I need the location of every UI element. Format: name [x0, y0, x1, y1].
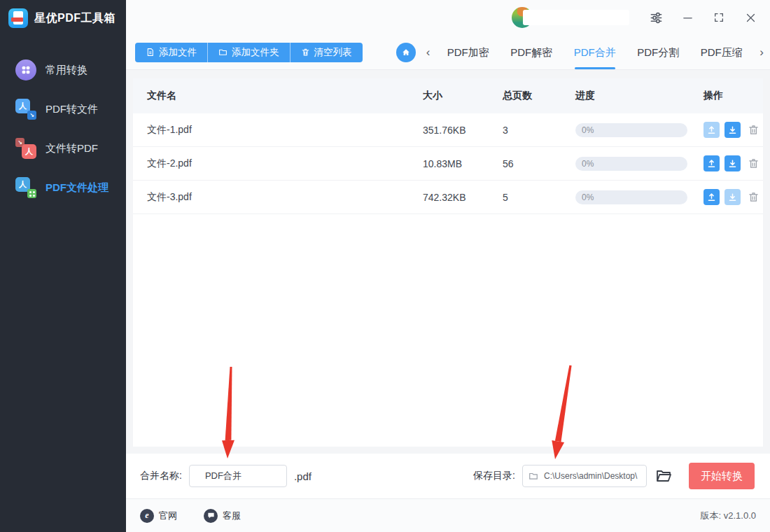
move-down-button[interactable] [724, 155, 741, 172]
delete-file-button[interactable] [746, 122, 761, 138]
maximize-icon[interactable] [712, 10, 726, 24]
minimize-icon[interactable] [680, 10, 694, 24]
progress-bar: 0% [575, 123, 687, 137]
table-row: 文件-2.pdf 10.83MB 56 0% [133, 147, 763, 181]
customer-service-link[interactable]: 客服 [204, 509, 241, 523]
delete-file-button[interactable] [746, 190, 761, 205]
sidebar-item-label: PDF文件处理 [46, 181, 108, 195]
pdf-process-icon [15, 177, 36, 198]
progress-bar: 0% [575, 190, 687, 204]
delete-file-button[interactable] [746, 156, 761, 172]
sidebar: 星优PDF工具箱 常用转换 PDF转文件 文件转PDF [0, 0, 126, 532]
main-area: 添加文件 添加文件夹 清空列表 ‹ PDF加密 PDF解密 PDF合并 [126, 0, 770, 532]
document-icon [146, 48, 155, 57]
sidebar-item-pdf-process[interactable]: PDF文件处理 [0, 168, 126, 207]
tabs-next-icon[interactable]: › [753, 46, 770, 59]
file-extension: .pdf [294, 470, 312, 482]
arrow-up-icon [706, 192, 717, 202]
user-account[interactable] [512, 6, 632, 29]
file-size-cell: 10.83MB [423, 158, 503, 169]
move-up-button[interactable] [704, 155, 720, 172]
app-logo-icon [8, 8, 28, 28]
tab-pdf-merge[interactable]: PDF合并 [564, 35, 627, 69]
folder-icon [218, 48, 227, 57]
toolbar: 添加文件 添加文件夹 清空列表 ‹ PDF加密 PDF解密 PDF合并 [126, 35, 770, 70]
sidebar-item-common-convert[interactable]: 常用转换 [0, 50, 126, 90]
file-table: 文件名 大小 总页数 进度 操作 文件-1.pdf 351.76KB 3 0% [133, 78, 763, 447]
arrow-up-icon [706, 158, 717, 169]
move-up-button[interactable] [704, 189, 720, 205]
tab-pdf-split[interactable]: PDF分割 [626, 35, 690, 69]
col-actions: 操作 [704, 90, 763, 102]
app-window: 星优PDF工具箱 常用转换 PDF转文件 文件转PDF [0, 0, 770, 532]
save-dir-label: 保存目录: [473, 470, 515, 482]
file-to-pdf-icon [15, 138, 36, 159]
trash-icon [748, 158, 760, 169]
arrow-down-icon [727, 158, 738, 169]
toolbar-button-group: 添加文件 添加文件夹 清空列表 [135, 43, 363, 62]
file-name-cell: 文件-1.pdf [147, 124, 423, 136]
browse-folder-button[interactable] [655, 468, 672, 484]
move-down-button[interactable] [724, 122, 741, 138]
move-down-button[interactable] [724, 189, 741, 205]
sidebar-item-pdf-to-file[interactable]: PDF转文件 [0, 90, 126, 129]
merge-name-input[interactable] [189, 465, 287, 487]
file-size-cell: 351.76KB [423, 125, 503, 136]
arrow-down-icon [727, 192, 738, 202]
col-progress: 进度 [575, 90, 704, 102]
official-site-link[interactable]: e 官网 [140, 509, 177, 523]
table-header: 文件名 大小 总页数 进度 操作 [133, 78, 763, 113]
col-pages: 总页数 [503, 90, 575, 102]
footer: e 官网 客服 版本: v2.1.0.0 [126, 498, 770, 532]
add-file-button[interactable]: 添加文件 [135, 43, 207, 62]
tab-pdf-encrypt[interactable]: PDF加密 [437, 35, 500, 69]
home-icon [401, 48, 411, 57]
file-pages-cell: 3 [503, 125, 575, 136]
app-title: 星优PDF工具箱 [34, 11, 115, 26]
sidebar-item-label: 文件转PDF [46, 142, 98, 155]
tab-pdf-compress[interactable]: PDF压缩 [690, 35, 754, 69]
file-size-cell: 742.32KB [423, 192, 503, 203]
sidebar-nav: 常用转换 PDF转文件 文件转PDF PDF文件处理 [0, 50, 126, 207]
app-logo: 星优PDF工具箱 [0, 0, 126, 28]
trash-icon [748, 124, 760, 136]
table-row: 文件-1.pdf 351.76KB 3 0% [133, 113, 763, 147]
tab-pdf-decrypt[interactable]: PDF解密 [500, 35, 564, 69]
start-convert-button[interactable]: 开始转换 [689, 463, 755, 489]
save-dir-group: 保存目录: 开始转换 [473, 463, 755, 489]
clear-list-button[interactable]: 清空列表 [290, 43, 363, 62]
sidebar-item-label: 常用转换 [46, 64, 88, 77]
merge-name-label: 合并名称: [140, 470, 182, 482]
pdf-to-file-icon [15, 99, 36, 120]
tabs-prev-icon[interactable]: ‹ [420, 46, 437, 59]
grid-icon [15, 59, 36, 80]
content-area: 文件名 大小 总页数 进度 操作 文件-1.pdf 351.76KB 3 0% [126, 70, 770, 454]
trash-icon [748, 191, 760, 203]
col-filename: 文件名 [147, 90, 423, 102]
close-icon[interactable] [743, 10, 757, 24]
col-size: 大小 [423, 90, 503, 102]
arrow-down-icon [727, 125, 738, 135]
folder-icon [528, 471, 538, 481]
progress-bar: 0% [575, 157, 687, 171]
browser-e-icon: e [140, 509, 154, 523]
home-button[interactable] [396, 43, 416, 62]
move-up-button[interactable] [704, 122, 720, 138]
add-folder-button[interactable]: 添加文件夹 [207, 43, 290, 62]
action-bar: 合并名称: .pdf 保存目录: 开始转换 [126, 454, 770, 498]
file-name-cell: 文件-3.pdf [147, 191, 423, 204]
save-path-field[interactable] [522, 465, 647, 487]
title-bar [126, 0, 770, 35]
window-controls [649, 10, 757, 24]
sidebar-item-file-to-pdf[interactable]: 文件转PDF [0, 129, 126, 168]
arrow-up-icon [706, 125, 717, 135]
save-path-input[interactable] [542, 470, 640, 482]
chat-bubble-icon [204, 509, 218, 523]
file-pages-cell: 56 [503, 158, 575, 169]
settings-sliders-icon[interactable] [649, 10, 663, 24]
open-folder-icon [655, 468, 672, 484]
version-text: 版本: v2.1.0.0 [701, 510, 756, 522]
sidebar-item-label: PDF转文件 [46, 103, 98, 116]
file-pages-cell: 5 [503, 192, 575, 203]
table-row: 文件-3.pdf 742.32KB 5 0% [133, 181, 763, 214]
